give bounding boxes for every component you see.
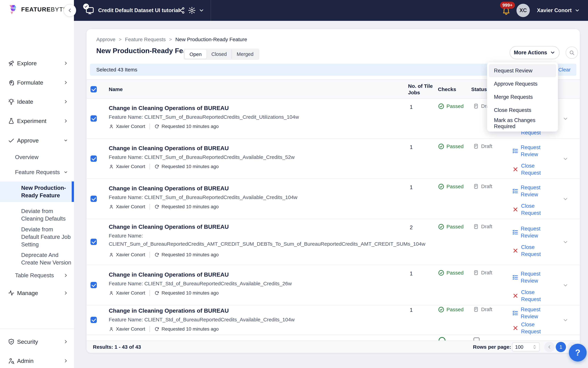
sidebar-item-new-production-ready-feature[interactable]: New Production-Ready Feature <box>0 181 74 202</box>
request-review-link[interactable]: Request Review <box>512 184 547 198</box>
request-review-link[interactable]: Request Review <box>512 225 547 239</box>
menu-item-request-review[interactable]: Request Review <box>489 64 556 77</box>
search-button[interactable] <box>566 46 578 59</box>
gear-icon[interactable] <box>188 0 196 21</box>
checks-label: Passed <box>446 270 463 276</box>
row-checks: Passed <box>438 306 463 313</box>
tab-open[interactable]: Open <box>185 50 207 59</box>
refresh-icon <box>154 124 160 129</box>
column-checks: Checks <box>438 80 456 99</box>
avatar[interactable]: XC <box>517 4 530 17</box>
row-expand-chevron[interactable] <box>562 196 568 202</box>
user-chevron-down-icon[interactable] <box>575 0 580 21</box>
row-meta: Xavier ConortRequested 10 minutes ago <box>109 124 219 129</box>
chevron-down-icon <box>63 170 68 175</box>
row-checkbox[interactable] <box>90 317 97 323</box>
menu-item-close-requests[interactable]: Close Requests <box>489 103 556 117</box>
security-icon <box>8 338 15 345</box>
person-icon <box>109 290 114 295</box>
row-expand-chevron[interactable] <box>562 156 568 162</box>
passed-icon <box>438 183 445 190</box>
row-expand-chevron[interactable] <box>562 239 568 245</box>
close-request-label: Close Request <box>521 321 548 335</box>
close-request-link[interactable]: Close Request <box>512 162 548 176</box>
sidebar-collapse-button[interactable] <box>63 4 76 17</box>
request-review-link[interactable]: Request Review <box>512 306 547 320</box>
passed-icon <box>438 143 445 150</box>
chevron-right-icon <box>63 119 68 123</box>
help-button[interactable]: ? <box>569 344 587 361</box>
formulate-icon <box>8 79 15 86</box>
project-chevron-down-icon[interactable] <box>199 0 204 21</box>
tab-merged[interactable]: Merged <box>232 50 258 59</box>
table-row: Change in Cleaning Operations of BUREAUF… <box>87 265 580 305</box>
breadcrumb: Approve>Feature Requests>New Production-… <box>96 37 247 42</box>
manage-icon <box>8 290 15 296</box>
status-label: Draft <box>481 224 492 230</box>
draft-icon <box>473 223 479 230</box>
passed-icon <box>438 270 445 276</box>
sidebar: FEATUREBYTE ExploreFormulateIdeateExperi… <box>0 0 74 368</box>
row-title: Change in Cleaning Operations of BUREAU <box>109 185 229 192</box>
row-title: Change in Cleaning Operations of BUREAU <box>109 307 229 314</box>
project-title: Credit Default Dataset UI tutorial <box>98 0 180 21</box>
rows-per-page-select[interactable]: 100 <box>512 342 540 351</box>
row-checkbox[interactable] <box>90 156 97 162</box>
select-all-checkbox[interactable] <box>90 86 97 92</box>
row-feature-name: Feature Name: CLIENT_Sum_of_BureauReport… <box>109 193 297 202</box>
featurebyte-logo: FEATUREBYTE <box>9 4 67 15</box>
row-tile-jobs: 1 <box>410 307 413 313</box>
row-expand-chevron[interactable] <box>562 116 568 122</box>
row-checks: Passed <box>438 183 463 190</box>
breadcrumb-separator: > <box>119 37 122 42</box>
share-icon[interactable] <box>178 0 185 21</box>
row-requested: Requested 10 minutes ago <box>161 164 219 169</box>
project-monitor-icon <box>85 6 94 15</box>
close-icon <box>512 206 519 213</box>
sidebar-item-deprecate-and-create-new-version[interactable]: Deprecate And Create New Version <box>0 251 74 266</box>
row-requested: Requested 10 minutes ago <box>161 252 219 258</box>
menu-item-mark-as-changes-required[interactable]: Mark as Changes Required <box>489 117 556 130</box>
telescope-icon <box>8 60 15 67</box>
row-checkbox[interactable] <box>90 282 97 288</box>
status-label: Draft <box>481 143 492 149</box>
close-request-link[interactable]: Close Request <box>512 202 548 216</box>
more-actions-button[interactable]: More Actions <box>510 46 560 59</box>
menu-item-merge-requests[interactable]: Merge Requests <box>489 90 556 103</box>
sidebar-item-label: Deviate from Default Feature Job Setting <box>21 226 72 248</box>
close-request-link[interactable]: Close Request <box>512 244 548 258</box>
notifications-button[interactable]: 999+ <box>502 6 511 15</box>
row-meta: Xavier ConortRequested 10 minutes ago <box>109 204 219 210</box>
user-name[interactable]: Xavier Conort <box>537 0 572 21</box>
row-meta: Xavier ConortRequested 10 minutes ago <box>109 252 219 258</box>
sidebar-item-deviate-from-cleaning-defaults[interactable]: Deviate from Cleaning Defaults <box>0 207 74 222</box>
row-expand-chevron[interactable] <box>562 282 568 288</box>
ideate-icon <box>8 98 15 105</box>
page-1-button[interactable]: 1 <box>556 342 566 352</box>
sidebar-item-label: Formulate <box>17 79 43 86</box>
close-request-link[interactable]: Close Request <box>512 289 548 303</box>
breadcrumb-item: New Production-Ready Feature <box>175 37 247 42</box>
breadcrumb-item[interactable]: Feature Requests <box>125 37 166 42</box>
sidebar-item-label: Deviate from Cleaning Defaults <box>21 207 72 222</box>
close-icon <box>512 325 519 331</box>
experiment-icon <box>8 118 15 124</box>
verified-check-icon <box>83 4 89 9</box>
sidebar-item-deviate-from-default-feature-job-setting[interactable]: Deviate from Default Feature Job Setting <box>0 226 74 248</box>
request-review-link[interactable]: Request Review <box>512 270 547 284</box>
clear-selection-link[interactable]: Clear <box>558 64 570 76</box>
request-review-link[interactable]: Request Review <box>512 144 547 158</box>
menu-item-approve-requests[interactable]: Approve Requests <box>489 77 556 90</box>
checklist-icon <box>512 310 518 316</box>
close-icon <box>512 166 519 173</box>
row-checkbox[interactable] <box>90 239 97 245</box>
tab-closed[interactable]: Closed <box>207 50 232 59</box>
row-checkbox[interactable] <box>90 196 97 202</box>
prev-page-button[interactable] <box>544 342 554 352</box>
sidebar-item-label: Table Requests <box>15 272 54 279</box>
row-checkbox[interactable] <box>90 115 97 122</box>
breadcrumb-item[interactable]: Approve <box>96 37 116 42</box>
results-label: Results: 1 - 43 of 43 <box>93 341 141 353</box>
close-request-link[interactable]: Close Request <box>512 321 548 335</box>
row-expand-chevron[interactable] <box>562 317 568 323</box>
